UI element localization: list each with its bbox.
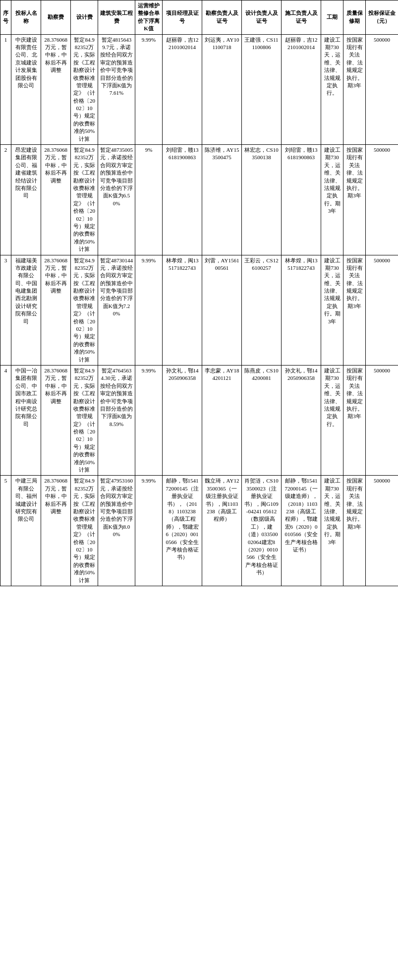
cell-construction-manager: 赵丽蓉，吉122101002014: [282, 34, 321, 144]
header-period: 工期: [321, 0, 343, 35]
cell-k-value: 9%: [135, 145, 163, 255]
cell-survey-fee: 28.376068万元，暂中标，中标后不再调整: [41, 255, 71, 365]
cell-survey-manager: 魏立琦，AY123500365（一级注册执业证书），闽1103238（高级工程师…: [202, 476, 242, 586]
table-row: 1中庆建设有限责任公司、北京城建设计发展集团股份有限公司28.376068万元，…: [0, 34, 398, 144]
cell-seq: 3: [0, 255, 11, 365]
cell-project-manager: 邮静，鄂154172000145（注册执业证书），（2018）1103238（高…: [163, 476, 202, 586]
cell-seq: 5: [0, 476, 11, 586]
cell-construction-fee: 暂定47953160元，承诺按经合同双方审定的预算造价中可竞争项目部分造价的下浮…: [98, 476, 135, 586]
header-deposit: 投标保证金（元）: [366, 0, 398, 35]
cell-construction-manager: 邮静，鄂154172000145（一级建造师），（2018）1103238（高级…: [282, 476, 321, 586]
cell-deposit: 500000: [366, 476, 398, 586]
cell-design-manager: 肖贺涟，CS103500023（注册执业证书），闽G109-04241 0561…: [242, 476, 282, 586]
cell-seq: 2: [0, 145, 11, 255]
cell-deposit: 500000: [366, 34, 398, 144]
cell-construction-manager: 刘绍雷，赣136181900863: [282, 145, 321, 255]
header-design-fee: 设计费: [71, 0, 98, 35]
cell-company: 福建瑞美市政建设有限公司、中国电建集团西北勘测设计研究院有限公司: [11, 255, 41, 365]
cell-deposit: 500000: [366, 255, 398, 365]
cell-company: 中庆建设有限责任公司、北京城建设计发展集团股份有限公司: [11, 34, 41, 144]
cell-project-manager: 孙文礼，鄂142050906358: [163, 365, 202, 475]
cell-k-value: 9.99%: [135, 476, 163, 586]
header-project-manager: 项目经理及证号: [163, 0, 202, 35]
table-row: 5中建三局有限公司、福州城建设计研究院有限公司28.376068万元，暂中标，中…: [0, 476, 398, 586]
cell-period: 建设工期730天，运维、关法律、法规规定执行。: [321, 365, 343, 475]
header-construction-manager: 施工负责人及证号: [282, 0, 321, 35]
cell-company: 中国一冶集团有限公司、中国市政工程中南设计研究总院有限公司: [11, 365, 41, 475]
table-row: 2昂宏建设集团有限公司、福建省建筑经结设计院有限公司28.376068万元，暂中…: [0, 145, 398, 255]
table-row: 4中国一冶集团有限公司、中国市政工程中南设计研究总院有限公司28.376068万…: [0, 365, 398, 475]
cell-survey-fee: 28.376068万元，暂中标，中标后不再调整: [41, 34, 71, 144]
cell-period: 建设工期730天，运维、关法律、法规规定执行。期3年: [321, 255, 343, 365]
table-row: 3福建瑞美市政建设有限公司、中国电建集团西北勘测设计研究院有限公司28.3760…: [0, 255, 398, 365]
cell-survey-fee: 28.376068万元，暂中标，中标后不再调整: [41, 476, 71, 586]
cell-period: 建设工期730天，运维、关法律、法规规定执行。期3年: [321, 476, 343, 586]
cell-deposit: 500000: [366, 365, 398, 475]
header-survey-manager: 勘察负责人及证号: [202, 0, 242, 35]
cell-construction-fee: 暂定47645634.30元，承诺按经合同双方审定的预算造价中可竞争项目部分造价…: [98, 365, 135, 475]
cell-survey-fee: 28.376068万元，暂中标，中标后不再调整: [41, 145, 71, 255]
cell-design-fee: 暂定84.982352万元，实际按《工程勘察设计收费标准管理规定》（计价格〔20…: [71, 34, 98, 144]
cell-period: 建设工期730天，运维、关法律、法规规定执行。: [321, 34, 343, 144]
header-warranty: 质量保修期: [343, 0, 366, 35]
cell-design-fee: 暂定84.982352万元，实际按《工程勘察设计收费标准管理规定》（计价格〔20…: [71, 365, 98, 475]
header-seq: 序号: [0, 0, 11, 35]
cell-warranty: 按国家现行有关法律、法规规定执行。期3年: [343, 365, 366, 475]
cell-project-manager: 林孝煌，闽135171822743: [163, 255, 202, 365]
cell-design-manager: 王建强，CS111100806: [242, 34, 282, 144]
cell-project-manager: 刘绍雷，赣136181900863: [163, 145, 202, 255]
cell-survey-manager: 陈济维，AY153500475: [202, 145, 242, 255]
cell-construction-manager: 孙文礼，鄂142050906358: [282, 365, 321, 475]
cell-design-fee: 暂定84.982352万元，实际按《工程勘察设计收费标准管理规定》（计价格〔20…: [71, 145, 98, 255]
cell-warranty: 按国家现行有关法律、法规规定执行。期3年: [343, 255, 366, 365]
header-survey-fee: 勘察费: [41, 0, 71, 35]
cell-design-manager: 陈燕皮，CS104200081: [242, 365, 282, 475]
cell-k-value: 9.99%: [135, 34, 163, 144]
cell-k-value: 9.99%: [135, 255, 163, 365]
cell-warranty: 按国家现行有关法律、法规规定执行。期3年: [343, 476, 366, 586]
cell-project-manager: 赵丽蓉，吉122101002014: [163, 34, 202, 144]
cell-survey-manager: 刘雷，AY156100561: [202, 255, 242, 365]
cell-survey-manager: 刘运夷，AY101100718: [202, 34, 242, 144]
cell-design-fee: 暂定84.982352万元，实际按《工程勘察设计收费标准管理规定》（计价格〔20…: [71, 476, 98, 586]
header-company: 投标人名称: [11, 0, 41, 35]
cell-seq: 4: [0, 365, 11, 475]
cell-k-value: 9.99%: [135, 365, 163, 475]
cell-design-manager: 王彩云，CS126100257: [242, 255, 282, 365]
main-table-container: 序号 投标人名称 勘察费 设计费 建筑安装工程费 运营维护整修合单价下浮离K值 …: [0, 0, 398, 586]
cell-design-fee: 暂定84.982352万元，实际按《工程勘察设计收费标准管理规定》（计价格〔20…: [71, 255, 98, 365]
cell-construction-fee: 暂定48735005元，承诺按经合同双方审定的预算造价中可竞争项目部分造价的下浮…: [98, 145, 135, 255]
cell-construction-fee: 暂定48730144元，承诺按经合同双方审定的预算造价中可竞争项目部分造价的下浮…: [98, 255, 135, 365]
cell-company: 昂宏建设集团有限公司、福建省建筑经结设计院有限公司: [11, 145, 41, 255]
cell-survey-fee: 28.376068万元，暂中标，中标后不再调整: [41, 365, 71, 475]
header-k-value: 运营维护整修合单价下浮离K值: [135, 0, 163, 35]
header-construction-fee: 建筑安装工程费: [98, 0, 135, 35]
cell-design-manager: 林宏志，CS103500138: [242, 145, 282, 255]
header-design-manager: 设计负责人及证号: [242, 0, 282, 35]
cell-deposit: 500000: [366, 145, 398, 255]
cell-company: 中建三局有限公司、福州城建设计研究院有限公司: [11, 476, 41, 586]
cell-construction-manager: 林孝煌，闽135171822743: [282, 255, 321, 365]
cell-period: 建设工期730天，运维、关法律、法规规定执行。期3年: [321, 145, 343, 255]
cell-seq: 1: [0, 34, 11, 144]
cell-survey-manager: 李忠蒙，AY184201121: [202, 365, 242, 475]
bid-table: 序号 投标人名称 勘察费 设计费 建筑安装工程费 运营维护整修合单价下浮离K值 …: [0, 0, 398, 586]
cell-warranty: 按国家现行有关法律、法规规定执行。期3年: [343, 145, 366, 255]
cell-construction-fee: 暂定48156439.7元，承诺按经合同双方审定的预算造价中可竞争项目部分造价的…: [98, 34, 135, 144]
cell-warranty: 按国家现行有关法律、法规规定执行。期3年: [343, 34, 366, 144]
